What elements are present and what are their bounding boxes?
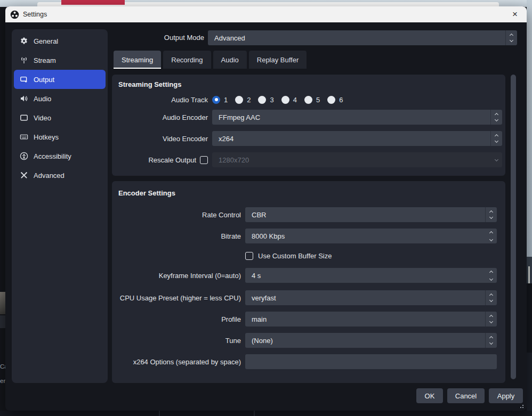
- radio-selected[interactable]: [212, 96, 220, 104]
- keyframe-interval-spinbox[interactable]: 4 s: [245, 268, 497, 283]
- display-icon: [20, 113, 28, 122]
- chevron-down-icon: [489, 298, 493, 302]
- broadcast-icon: [20, 56, 28, 64]
- radio[interactable]: [281, 96, 289, 104]
- sidebar-item-video[interactable]: Video: [14, 108, 106, 127]
- sidebar-item-label: General: [34, 37, 58, 45]
- background-right-photo: [527, 283, 532, 353]
- sidebar-item-output[interactable]: Output: [14, 70, 106, 89]
- apply-button[interactable]: Apply: [489, 388, 523, 403]
- spinbox-arrows[interactable]: [485, 268, 497, 283]
- radio-label: 5: [316, 96, 320, 104]
- radio[interactable]: [235, 96, 243, 104]
- dropdown-spinner[interactable]: [490, 131, 502, 146]
- dropdown-spinner[interactable]: [485, 290, 497, 305]
- dropdown-spinner[interactable]: [485, 207, 497, 222]
- chevron-up-icon: [495, 113, 498, 117]
- sidebar-item-audio[interactable]: Audio: [14, 89, 106, 108]
- window-title: Settings: [23, 11, 47, 18]
- rescale-resolution-value: 1280x720: [219, 156, 249, 164]
- rescale-output-checkbox[interactable]: [200, 156, 208, 164]
- radio-label: 2: [247, 96, 251, 104]
- tab-replay-buffer[interactable]: Replay Buffer: [249, 51, 307, 69]
- tune-row: Tune (None): [112, 333, 497, 348]
- audio-encoder-select[interactable]: FFmpeg AAC: [212, 110, 502, 125]
- profile-row: Profile main: [112, 312, 497, 327]
- spinbox-arrows[interactable]: [485, 229, 497, 243]
- chevron-down-icon: [510, 38, 513, 42]
- radio[interactable]: [304, 96, 312, 104]
- rescale-output-label-group: Rescale Output: [112, 156, 208, 164]
- profile-select[interactable]: main: [245, 312, 497, 327]
- sidebar-item-stream[interactable]: Stream: [14, 51, 106, 70]
- rate-control-label: Rate Control: [112, 211, 241, 219]
- background-divider: [254, 411, 255, 416]
- sidebar-item-label: Stream: [34, 56, 56, 64]
- scrollbar-thumb[interactable]: [511, 75, 516, 379]
- tune-select[interactable]: (None): [245, 333, 497, 348]
- chevron-up-icon: [510, 34, 513, 37]
- close-icon[interactable]: ×: [503, 6, 527, 22]
- rate-control-select[interactable]: CBR: [245, 207, 497, 222]
- background-divider: [159, 411, 160, 416]
- audio-track-option-1[interactable]: 1: [212, 96, 228, 104]
- title-bar[interactable]: Settings ×: [5, 6, 527, 22]
- background-red-bar: [61, 0, 125, 5]
- audio-encoder-label: Audio Encoder: [112, 113, 208, 121]
- audio-track-radios: 1 2 3 4 5 6: [212, 96, 343, 104]
- dropdown-spinner: [490, 152, 502, 167]
- audio-track-option-5[interactable]: 5: [304, 96, 320, 104]
- accessibility-icon: [20, 152, 28, 160]
- radio[interactable]: [258, 96, 266, 104]
- tab-streaming[interactable]: Streaming: [114, 51, 161, 69]
- x264-options-row: x264 Options (separated by space): [112, 354, 497, 369]
- dialog-footer: OK Cancel Apply: [416, 388, 523, 403]
- sidebar-item-label: Output: [34, 76, 54, 84]
- cpu-usage-preset-row: CPU Usage Preset (higher = less CPU) ver…: [112, 290, 497, 305]
- dropdown-spinner[interactable]: [485, 312, 497, 327]
- audio-track-option-4[interactable]: 4: [281, 96, 297, 104]
- radio[interactable]: [327, 96, 335, 104]
- rescale-output-row: Rescale Output 1280x720: [112, 152, 502, 167]
- chevron-down-icon: [489, 276, 493, 280]
- chevron-down-icon: [489, 215, 493, 219]
- rescale-output-label: Rescale Output: [148, 156, 196, 164]
- rate-control-row: Rate Control CBR: [112, 207, 497, 222]
- section-title: Encoder Settings: [112, 181, 505, 197]
- video-encoder-value: x264: [219, 135, 233, 143]
- tab-recording[interactable]: Recording: [163, 51, 211, 69]
- profile-label: Profile: [112, 315, 241, 323]
- dropdown-spinner[interactable]: [490, 110, 502, 125]
- x264-options-input[interactable]: [245, 354, 497, 369]
- audio-track-label: Audio Track: [112, 96, 208, 104]
- sidebar-item-accessibility[interactable]: Accessibility: [14, 146, 106, 166]
- dropdown-spinner[interactable]: [485, 333, 497, 348]
- ok-button[interactable]: OK: [416, 388, 443, 403]
- use-custom-buffer-checkbox[interactable]: [245, 252, 253, 260]
- cancel-button[interactable]: Cancel: [447, 388, 485, 403]
- video-encoder-select[interactable]: x264: [212, 131, 502, 146]
- audio-track-option-6[interactable]: 6: [327, 96, 343, 104]
- output-mode-select[interactable]: Advanced: [208, 30, 517, 45]
- chevron-down-icon: [489, 320, 493, 323]
- chevron-up-icon: [489, 315, 493, 319]
- keyboard-icon: [20, 133, 28, 141]
- resize-grip-icon[interactable]: [522, 407, 523, 408]
- sidebar-item-hotkeys[interactable]: Hotkeys: [14, 127, 106, 146]
- dropdown-spinner[interactable]: [505, 30, 517, 45]
- audio-track-option-3[interactable]: 3: [258, 96, 273, 104]
- sidebar-item-advanced[interactable]: Advanced: [14, 166, 106, 185]
- video-encoder-row: Video Encoder x264: [112, 131, 502, 146]
- chevron-up-icon: [489, 210, 493, 214]
- cpu-usage-preset-select[interactable]: veryfast: [245, 290, 497, 305]
- tab-audio[interactable]: Audio: [213, 51, 247, 69]
- bitrate-row: Bitrate 8000 Kbps: [112, 229, 497, 243]
- audio-track-option-2[interactable]: 2: [235, 96, 251, 104]
- gear-icon: [20, 37, 28, 45]
- video-encoder-label: Video Encoder: [112, 135, 208, 143]
- bitrate-value: 8000 Kbps: [252, 232, 285, 240]
- audio-encoder-value: FFmpeg AAC: [219, 113, 260, 121]
- bitrate-spinbox[interactable]: 8000 Kbps: [245, 229, 497, 243]
- output-icon: [20, 75, 28, 84]
- bitrate-label: Bitrate: [112, 232, 241, 240]
